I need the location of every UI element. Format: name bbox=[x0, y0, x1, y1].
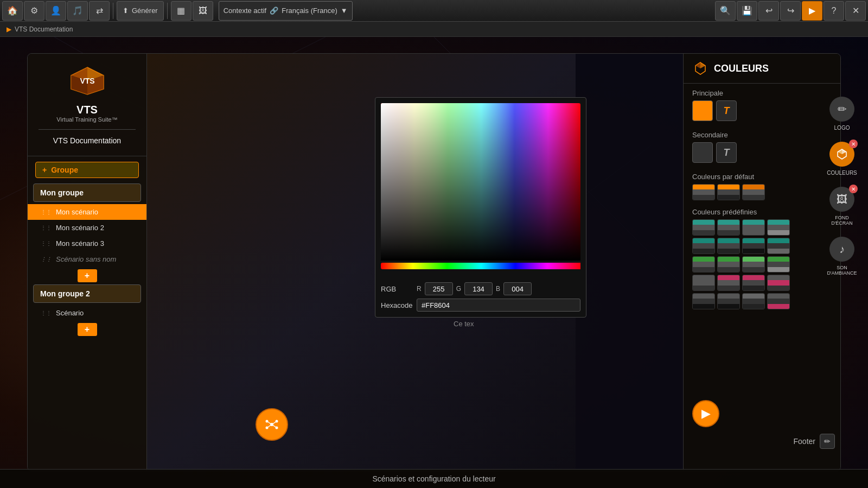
users-button[interactable]: 👤 bbox=[46, 1, 66, 21]
add-scenario-button-2[interactable]: + bbox=[78, 323, 97, 336]
forward-button[interactable]: ↪ bbox=[780, 1, 801, 21]
logo-sidebar-button[interactable]: ✏ LOGO bbox=[823, 91, 861, 136]
group-2-name: Mon groupe 2 bbox=[40, 289, 90, 298]
pred-swatch-1-1[interactable] bbox=[692, 219, 715, 236]
principale-text-swatch[interactable]: T bbox=[716, 100, 737, 121]
pred-swatch-1-2[interactable] bbox=[717, 219, 740, 236]
vts-logo: VTS bbox=[66, 65, 109, 99]
hex-input[interactable] bbox=[417, 299, 580, 312]
language-label: Français (France) bbox=[282, 7, 337, 15]
nav-button[interactable]: ⇄ bbox=[89, 1, 110, 21]
scenario-item-1[interactable]: ⋮⋮ Mon scénario bbox=[28, 204, 146, 220]
scenario-item-3[interactable]: ⋮⋮ Mon scénario 3 bbox=[28, 236, 146, 251]
grid-button[interactable]: ▦ bbox=[171, 1, 192, 21]
breadcrumb-title: VTS Documentation bbox=[15, 26, 73, 33]
defaut-swatch-1[interactable] bbox=[692, 184, 715, 200]
footer-label: Footer bbox=[794, 437, 815, 446]
separator bbox=[113, 3, 113, 19]
logo-sidebar-label: LOGO bbox=[834, 125, 850, 131]
pred-swatch-4-3[interactable] bbox=[742, 275, 765, 291]
drag-dots-1: ⋮⋮ bbox=[41, 209, 52, 215]
pred-swatch-2-3[interactable] bbox=[742, 238, 765, 254]
context-label: Contexte actif bbox=[224, 7, 267, 15]
defaut-swatch-3[interactable] bbox=[742, 184, 765, 200]
logo-icon: ✏ bbox=[829, 97, 854, 122]
principale-color-swatch[interactable] bbox=[692, 100, 713, 121]
couleurs-icon bbox=[692, 60, 709, 77]
scenario-item-4[interactable]: ⋮⋮ Scénario sans nom bbox=[28, 251, 146, 267]
close-button[interactable]: ✕ bbox=[845, 1, 866, 21]
scenario-item-2[interactable]: ⋮⋮ Mon scénario 2 bbox=[28, 220, 146, 236]
fond-close-icon[interactable]: ✕ bbox=[849, 185, 858, 193]
pred-swatch-4-1[interactable] bbox=[692, 275, 715, 291]
gradient-svg[interactable] bbox=[381, 103, 580, 277]
breadcrumb: ▶ VTS Documentation bbox=[0, 22, 868, 37]
back-button[interactable]: ↩ bbox=[758, 1, 779, 21]
g-label: G bbox=[456, 285, 461, 293]
pred-swatch-2-4[interactable] bbox=[767, 238, 790, 254]
svg-marker-35 bbox=[838, 149, 842, 154]
scenario-4-label: Scénario sans nom bbox=[56, 255, 116, 263]
predefinies-row-2 bbox=[692, 238, 832, 254]
color-gradient[interactable] bbox=[381, 103, 580, 277]
topbar: 🏠 ⚙ 👤 🎵 ⇄ ⬆ Générer ▦ 🖼 Contexte actif 🔗… bbox=[0, 0, 868, 22]
pred-swatch-4-4[interactable] bbox=[767, 275, 790, 291]
pred-swatch-3-4[interactable] bbox=[767, 256, 790, 272]
group-header-1[interactable]: Mon groupe bbox=[33, 183, 141, 202]
pred-swatch-2-2[interactable] bbox=[717, 238, 740, 254]
r-input[interactable] bbox=[425, 282, 453, 295]
generer-button[interactable]: ⬆ Générer bbox=[117, 1, 164, 21]
search-button[interactable]: 🔍 bbox=[715, 1, 736, 21]
context-select[interactable]: Contexte actif 🔗 Français (France) ▼ bbox=[219, 1, 353, 21]
son-sidebar-button[interactable]: ♪ SON D'AMBIANCE bbox=[823, 231, 861, 281]
pred-swatch-3-3[interactable] bbox=[742, 256, 765, 272]
breadcrumb-arrow: ▶ bbox=[7, 26, 11, 33]
defaut-swatch-2[interactable] bbox=[717, 184, 740, 200]
pred-swatch-5-2[interactable] bbox=[717, 293, 740, 309]
music-button[interactable]: 🎵 bbox=[67, 1, 88, 21]
ce-tex-text: Ce tex bbox=[454, 320, 474, 328]
footer-area: Footer ✏ bbox=[794, 434, 835, 449]
couleurs-sidebar-button[interactable]: ✕ COULEURS bbox=[823, 136, 861, 181]
add-group-button[interactable]: + Groupe bbox=[35, 162, 139, 178]
group-header-2[interactable]: Mon groupe 2 bbox=[33, 284, 141, 303]
home-button[interactable]: 🏠 bbox=[2, 1, 23, 21]
footer-edit-button[interactable]: ✏ bbox=[820, 434, 835, 449]
image-button[interactable]: 🖼 bbox=[193, 1, 213, 21]
panel-play-button[interactable]: ▶ bbox=[692, 400, 719, 427]
secondaire-swatches: T bbox=[692, 142, 832, 163]
svg-line-28 bbox=[267, 424, 272, 428]
scenario-item-5[interactable]: ⋮⋮ Scénario bbox=[28, 305, 146, 321]
couleurs-sidebar-label: COULEURS bbox=[827, 170, 857, 176]
pred-swatch-5-3[interactable] bbox=[742, 293, 765, 309]
b-input[interactable] bbox=[503, 282, 532, 295]
upload-icon: ⬆ bbox=[123, 7, 129, 15]
pred-swatch-1-3[interactable] bbox=[742, 219, 765, 236]
right-panel: COULEURS Principale T Secondaire T bbox=[683, 54, 840, 471]
play-button[interactable]: ▶ bbox=[802, 1, 822, 21]
settings-button[interactable]: ⚙ bbox=[24, 1, 44, 21]
pred-swatch-4-2[interactable] bbox=[717, 275, 740, 291]
pred-swatch-3-1[interactable] bbox=[692, 256, 715, 272]
pred-swatch-2-1[interactable] bbox=[692, 238, 715, 254]
help-button[interactable]: ? bbox=[824, 1, 844, 21]
group-1-name: Mon groupe bbox=[40, 188, 84, 197]
g-input[interactable] bbox=[464, 282, 493, 295]
vts-subtitle: Virtual Training Suite™ bbox=[39, 116, 136, 123]
bottom-status-bar: Scénarios et configuration du lecteur bbox=[0, 469, 868, 488]
save-button[interactable]: 💾 bbox=[737, 1, 757, 21]
couleurs-close-icon[interactable]: ✕ bbox=[849, 140, 858, 148]
pred-swatch-1-4[interactable] bbox=[767, 219, 790, 236]
fond-ecran-sidebar-button[interactable]: ✕ 🖼 FOND D'ÉCRAN bbox=[823, 181, 861, 231]
secondaire-color-swatch[interactable] bbox=[692, 142, 713, 163]
pred-swatch-3-2[interactable] bbox=[717, 256, 740, 272]
rgb-row: RGB R G B bbox=[381, 282, 580, 295]
secondaire-text-swatch[interactable]: T bbox=[716, 142, 737, 163]
principale-swatches: T bbox=[692, 100, 832, 121]
son-icon: ♪ bbox=[829, 237, 854, 262]
hub-button[interactable] bbox=[256, 408, 288, 441]
add-scenario-button-1[interactable]: + bbox=[78, 269, 97, 282]
pred-swatch-5-4[interactable] bbox=[767, 293, 790, 309]
pred-swatch-5-1[interactable] bbox=[692, 293, 715, 309]
generer-label: Générer bbox=[132, 7, 158, 15]
